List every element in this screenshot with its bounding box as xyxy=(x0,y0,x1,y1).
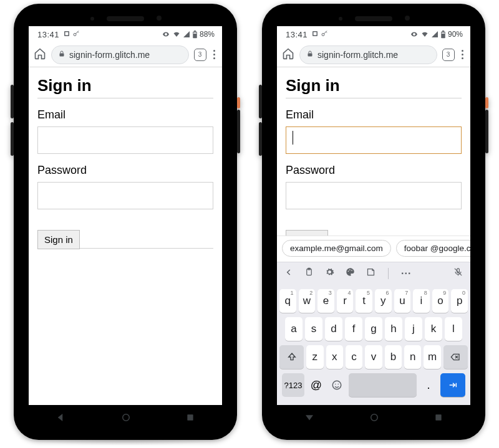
key-j[interactable]: j xyxy=(405,317,422,341)
key-p[interactable]: p0 xyxy=(451,289,468,313)
svg-point-24 xyxy=(335,384,336,385)
key-k[interactable]: k xyxy=(425,317,442,341)
key-b[interactable]: b xyxy=(385,345,402,369)
shift-key[interactable] xyxy=(279,345,304,369)
keyboard-body: q1w2e3r4t5y6u7i8o9p0 asdfghjkl zxcvbnm ?… xyxy=(277,284,470,405)
key-f[interactable]: f xyxy=(345,317,362,341)
key-m[interactable]: m xyxy=(424,345,440,369)
svg-point-20 xyxy=(351,270,352,271)
svg-rect-4 xyxy=(194,31,196,32)
volume-down-button[interactable] xyxy=(259,122,262,156)
url-text: signin-form.glitch.me xyxy=(317,50,398,60)
clipboard-icon[interactable] xyxy=(304,267,314,279)
svg-point-2 xyxy=(74,33,76,36)
key-s[interactable]: s xyxy=(305,317,322,341)
svg-rect-6 xyxy=(60,54,64,57)
status-time: 13:41 xyxy=(37,30,59,39)
gear-icon[interactable] xyxy=(325,267,334,279)
lock-icon xyxy=(58,49,65,60)
home-icon[interactable] xyxy=(282,47,294,62)
volume-up-button[interactable] xyxy=(259,85,262,118)
enter-key[interactable] xyxy=(440,373,465,397)
period-key[interactable]: . xyxy=(420,373,437,397)
more-icon[interactable]: ··· xyxy=(401,268,411,279)
page-content: Sign in Email Password Sign in xyxy=(277,67,470,258)
chevron-left-icon[interactable] xyxy=(284,268,293,279)
nav-home-icon[interactable] xyxy=(369,412,380,423)
address-bar[interactable]: signin-form.glitch.me xyxy=(299,45,437,64)
screenshot-indicator-icon xyxy=(311,30,319,39)
svg-point-19 xyxy=(349,269,351,270)
symbols-key[interactable]: ?123 xyxy=(282,373,304,397)
suggestion-chip[interactable]: example.me@gmail.com xyxy=(282,240,391,257)
password-field[interactable] xyxy=(286,182,462,209)
keyboard-toolbar: ··· xyxy=(277,262,470,284)
screen-left: 13:41 88% xyxy=(29,26,222,405)
key-e[interactable]: e3 xyxy=(317,289,334,313)
key-v[interactable]: v xyxy=(365,345,382,369)
page-content: Sign in Email Password Sign in xyxy=(29,67,222,258)
power-button[interactable] xyxy=(237,110,240,153)
at-key[interactable]: @ xyxy=(308,373,325,397)
key-g[interactable]: g xyxy=(365,317,382,341)
tabs-button[interactable]: 3 xyxy=(194,49,206,61)
backspace-key[interactable] xyxy=(443,345,468,369)
nav-back-icon[interactable] xyxy=(56,412,67,423)
status-bar: 13:41 90% xyxy=(277,26,470,42)
screenshot-indicator-icon xyxy=(63,30,70,39)
key-a[interactable]: a xyxy=(285,317,303,341)
email-label: Email xyxy=(37,108,213,122)
phone-left: 13:41 88% xyxy=(14,4,237,440)
key-y[interactable]: y6 xyxy=(375,289,392,313)
nav-back-icon[interactable] xyxy=(304,412,315,423)
key-i[interactable]: i8 xyxy=(413,289,430,313)
password-label: Password xyxy=(37,164,213,177)
key-n[interactable]: n xyxy=(404,345,421,369)
key-l[interactable]: l xyxy=(445,317,462,341)
svg-rect-8 xyxy=(187,414,193,420)
wifi-icon xyxy=(172,31,181,38)
key-q[interactable]: q1 xyxy=(279,289,296,313)
key-w[interactable]: w2 xyxy=(299,289,316,313)
palette-icon[interactable] xyxy=(346,267,355,279)
spacebar-key[interactable] xyxy=(349,373,417,397)
battery-icon xyxy=(440,31,446,39)
key-h[interactable]: h xyxy=(385,317,402,341)
volume-down-button[interactable] xyxy=(11,122,14,156)
menu-icon[interactable] xyxy=(211,50,218,60)
android-nav-bar xyxy=(277,407,470,427)
page-title: Sign in xyxy=(286,76,462,95)
browser-toolbar: signin-form.glitch.me 3 xyxy=(29,42,222,67)
signin-button[interactable]: Sign in xyxy=(37,230,80,249)
key-z[interactable]: z xyxy=(306,345,323,369)
svg-rect-5 xyxy=(193,32,196,34)
volume-up-button[interactable] xyxy=(11,85,14,118)
email-field[interactable] xyxy=(37,126,213,154)
email-field[interactable] xyxy=(286,126,462,154)
svg-point-18 xyxy=(348,270,349,272)
key-c[interactable]: c xyxy=(346,345,362,369)
svg-rect-13 xyxy=(442,31,444,32)
tabs-button[interactable]: 3 xyxy=(442,49,455,61)
nav-home-icon[interactable] xyxy=(120,412,132,423)
mic-off-icon[interactable] xyxy=(453,267,463,279)
key-r[interactable]: r4 xyxy=(337,289,354,313)
key-u[interactable]: u7 xyxy=(394,289,411,313)
nav-recents-icon[interactable] xyxy=(434,412,443,422)
svg-rect-15 xyxy=(308,54,312,57)
nav-recents-icon[interactable] xyxy=(185,412,195,422)
power-button[interactable] xyxy=(485,110,488,153)
key-o[interactable]: o9 xyxy=(432,289,449,313)
home-icon[interactable] xyxy=(34,47,46,62)
emoji-key[interactable] xyxy=(328,373,346,397)
status-time: 13:41 xyxy=(286,30,308,39)
suggestion-chip[interactable]: foobar @google.co xyxy=(396,240,470,257)
address-bar[interactable]: signin-form.glitch.me xyxy=(51,45,189,64)
svg-point-26 xyxy=(371,414,378,421)
key-x[interactable]: x xyxy=(326,345,343,369)
menu-icon[interactable] xyxy=(460,50,466,60)
sticker-icon[interactable] xyxy=(366,267,375,279)
key-t[interactable]: t5 xyxy=(356,289,372,313)
key-d[interactable]: d xyxy=(325,317,342,341)
password-field[interactable] xyxy=(37,182,213,209)
